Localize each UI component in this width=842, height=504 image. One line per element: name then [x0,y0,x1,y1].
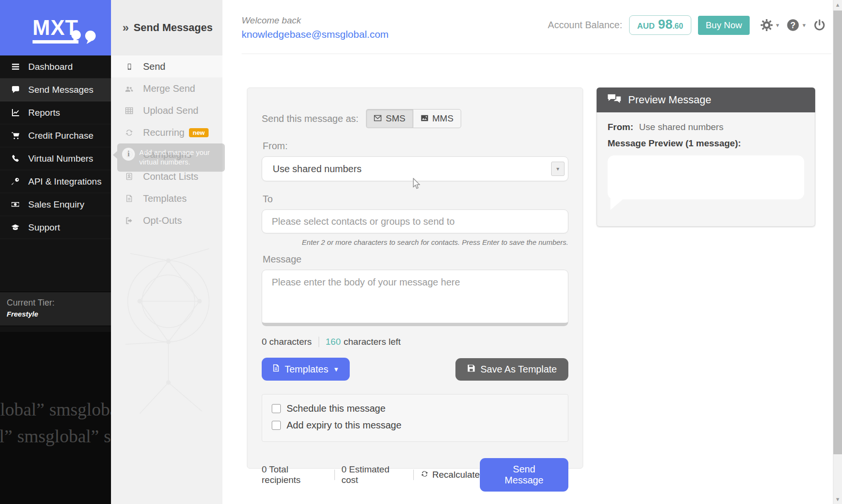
current-tier-box: Current Tier: Freestyle [0,292,111,326]
submenu-item-label: Opt-Outs [143,215,182,226]
sidebar-item-support[interactable]: Support [0,216,111,239]
header-divider [242,54,831,54]
save-template-label: Save As Template [480,364,557,375]
floppy-disk-icon [467,364,476,375]
watermark-row: smsglobal”smsglobal”smsglobal” [0,426,111,447]
to-label: To [263,194,568,205]
select-caret-icon[interactable]: ▾ [551,162,565,176]
templates-dropdown-button[interactable]: Templates ▼ [262,358,350,381]
recalculate-link[interactable]: Recalculate [421,470,480,480]
image-icon [421,113,429,124]
refresh-icon [421,470,429,480]
from-select[interactable]: Use shared numbers ▾ [262,156,568,181]
sidebar-item-label: Reports [28,108,60,118]
submenu-header: » Send Messages [111,0,222,55]
sidebar-item-reports[interactable]: Reports [0,101,111,124]
address-book-icon [123,172,135,181]
schedule-option[interactable]: Schedule this message [272,403,558,414]
brand-logo[interactable]: MXT [0,0,111,55]
logout-power-icon[interactable] [813,19,826,32]
submenu-item-upload-send[interactable]: Upload Send [111,99,222,121]
scroll-up-icon[interactable]: ▲ [833,2,842,8]
summary-divider [413,470,414,480]
to-input[interactable] [262,209,568,233]
mms-toggle-button[interactable]: MMS [413,109,461,128]
sidebar-item-label: Support [28,222,60,233]
sidebar-item-credit-purchase[interactable]: Credit Purchase [0,124,111,147]
message-label: Message [263,254,568,265]
character-counts: 0 characters 160 characters left [262,337,568,347]
sign-out-icon [123,216,135,225]
mobile-icon [123,62,135,71]
scroll-down-icon[interactable]: ▼ [833,496,842,502]
sidebar-item-api-integrations[interactable]: API & Integrations [0,170,111,193]
preview-from-value: Use shared numbers [639,122,723,132]
summary-divider [334,470,335,480]
sms-toggle-button[interactable]: SMS [366,109,412,128]
welcome-text: Welcome back [242,15,301,26]
new-badge: new [189,128,209,137]
sidebar-item-sales-enquiry[interactable]: Sales Enquiry [0,193,111,216]
campaigns-tooltip: i Add and manage your virtual numbers. [117,143,225,172]
balance-cents: .60 [673,22,683,31]
schedule-checkbox[interactable] [272,404,281,413]
balance-pill: AUD 98 .60 [629,15,691,35]
current-tier-label: Current Tier: [7,298,104,308]
expiry-option[interactable]: Add expiry to this message [272,420,558,431]
chars-left-number: 160 [326,337,341,347]
brand-logo-art: MXT [33,17,78,38]
table-icon [123,106,135,115]
tooltip-text: Add and manage your virtual numbers. [139,148,210,166]
help-icon[interactable]: ? [787,19,799,32]
sidebar-item-dashboard[interactable]: Dashboard [0,55,111,78]
submenu-title: Send Messages [133,22,212,34]
preview-panel: Preview Message From: Use shared numbers… [597,88,815,227]
submenu-item-label: Contact Lists [143,171,199,182]
preview-from-label: From: [608,122,633,132]
submenu-item-send[interactable]: Send [111,55,222,77]
account-email-link[interactable]: knowledgebase@smsglobal.com [242,29,388,40]
buy-now-button[interactable]: Buy Now [698,16,750,35]
chart-line-icon [10,109,21,117]
main-content: Welcome back knowledgebase@smsglobal.com… [222,0,842,504]
submenu-item-label: Templates [143,193,187,204]
save-as-template-button[interactable]: Save As Template [455,358,568,381]
send-message-button[interactable]: Send Message [480,458,568,492]
sidebar-watermark: smsglobal”smsglobal”smsglobal” smsglobal… [0,332,111,504]
users-icon [123,84,135,93]
submenu-item-label: Send [143,61,166,72]
envelope-icon [374,113,382,124]
scrollbar-thumb[interactable] [833,11,842,454]
help-caret-icon[interactable]: ▾ [802,22,806,29]
settings-gear-icon[interactable] [760,19,773,32]
message-type-toggle: SMS MMS [366,109,461,128]
summary-row: 0 Total recipients 0 Estimated cost Reca… [262,458,568,492]
submenu-item-label: Recurring [143,127,185,138]
submenu-item-label: Upload Send [143,105,199,116]
speech-quotes-icon [71,30,97,44]
submenu-item-templates[interactable]: Templates [111,187,222,209]
balance-currency: AUD [637,22,655,31]
chevrons-icon: » [122,21,128,34]
chat-bubbles-icon [607,93,621,107]
submenu-item-recurring[interactable]: Recurring new [111,121,222,143]
to-helper-text: Enter 2 or more characters to search for… [262,238,568,246]
info-icon: i [122,148,135,161]
vertical-scrollbar[interactable]: ▲ ▼ [833,0,842,504]
watermark-row: smsglobal”smsglobal”smsglobal” [0,399,111,420]
sidebar-item-send-messages[interactable]: Send Messages [0,78,111,101]
app-window: MXT Dashboard Send Messages Reports [0,0,842,504]
settings-caret-icon[interactable]: ▾ [776,22,779,29]
submenu-item-merge-send[interactable]: Merge Send [111,77,222,99]
templates-button-label: Templates [285,364,328,375]
svg-text:?: ? [791,21,796,30]
recalculate-label: Recalculate [432,470,480,480]
decorative-mesh-art [111,225,222,426]
sidebar-item-virtual-numbers[interactable]: Virtual Numbers [0,147,111,170]
from-select-value: Use shared numbers [273,164,362,175]
header-right: Account Balance: AUD 98 .60 Buy Now ▾ ? … [548,15,829,35]
expiry-checkbox[interactable] [272,421,281,430]
submenu-item-label: Merge Send [143,83,195,94]
message-textarea[interactable] [262,270,568,326]
submenu-item-opt-outs[interactable]: Opt-Outs [111,209,222,231]
